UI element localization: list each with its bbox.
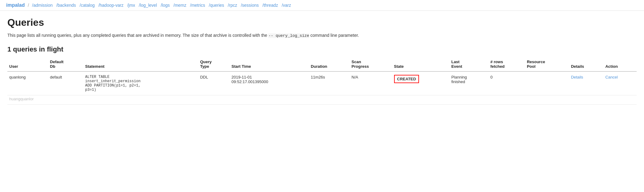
col-header-default-db: DefaultDb	[48, 57, 84, 71]
description-text-1: This page lists all running queries, plu…	[7, 33, 268, 38]
col-header-rows-fetched: # rowsfetched	[488, 57, 525, 71]
cell-details[interactable]: Details	[569, 71, 603, 95]
cell-scan-progress: N/A	[350, 71, 392, 95]
watermark-row: huangquanlor	[7, 95, 637, 104]
page-title: Queries	[7, 17, 637, 28]
cell-state: CREATED	[392, 71, 450, 95]
nav-link-threadz[interactable]: /threadz	[261, 3, 279, 8]
cell-duration: 11m26s	[309, 71, 350, 95]
state-created-badge: CREATED	[394, 75, 419, 83]
nav-link-rpcz[interactable]: /rpcz	[227, 3, 238, 8]
cell-statement: ALTER TABLEinsert_inherit_permissionADD …	[83, 71, 198, 95]
col-header-duration: Duration	[309, 57, 350, 71]
col-header-last-event: LastEvent	[449, 57, 488, 71]
nav-link-catalog[interactable]: /catalog	[78, 3, 96, 8]
section-title: 1 queries in flight	[7, 45, 637, 53]
brand-link[interactable]: impalad	[6, 2, 25, 8]
nav-separator: /	[28, 3, 29, 8]
table-body: quanlong default ALTER TABLEinsert_inher…	[7, 71, 637, 105]
table-row: quanlong default ALTER TABLEinsert_inher…	[7, 71, 637, 95]
col-header-statement: Statement	[83, 57, 198, 71]
cell-query-type: DDL	[198, 71, 230, 95]
cell-last-event: Planningfinished	[449, 71, 488, 95]
col-header-state: State	[392, 57, 450, 71]
table-header: User DefaultDb Statement QueryType Start…	[7, 57, 637, 71]
nav-link-backends[interactable]: /backends	[55, 3, 77, 8]
nav-link-admission[interactable]: /admission	[31, 3, 54, 8]
queries-table: User DefaultDb Statement QueryType Start…	[7, 57, 637, 105]
nav-link-memz[interactable]: /memz	[172, 3, 188, 8]
nav-link-jmx[interactable]: /jmx	[126, 3, 136, 8]
nav-link-metrics[interactable]: /metrics	[189, 3, 206, 8]
main-content: Queries This page lists all running quer…	[0, 11, 644, 111]
nav-link-log-level[interactable]: /log_level	[138, 3, 158, 8]
watermark-text: huangquanlor	[7, 95, 637, 104]
cell-start-time: 2019-11-0109:52:17.001395000	[230, 71, 309, 95]
cancel-link[interactable]: Cancel	[605, 75, 618, 79]
nav-link-hadoop-varz[interactable]: /hadoop-varz	[97, 3, 125, 8]
cell-resource-pool	[525, 71, 569, 95]
nav-link-varz[interactable]: /varz	[280, 3, 292, 8]
col-header-action: Action	[603, 57, 637, 71]
col-header-scan-progress: ScanProgress	[350, 57, 392, 71]
cell-default-db: default	[48, 71, 84, 95]
col-header-resource-pool: ResourcePool	[525, 57, 569, 71]
cell-user: quanlong	[7, 71, 48, 95]
cell-rows-fetched: 0	[488, 71, 525, 95]
navbar: impalad / /admission /backends /catalog …	[0, 0, 644, 11]
cell-action[interactable]: Cancel	[603, 71, 637, 95]
nav-link-logs[interactable]: /logs	[160, 3, 171, 8]
col-header-start-time: Start Time	[230, 57, 309, 71]
col-header-user: User	[7, 57, 48, 71]
page-description: This page lists all running queries, plu…	[7, 32, 637, 39]
col-header-query-type: QueryType	[198, 57, 230, 71]
description-text-2: command line parameter.	[309, 33, 359, 38]
col-header-details: Details	[569, 57, 603, 71]
details-link[interactable]: Details	[571, 75, 583, 79]
nav-link-queries[interactable]: /queries	[207, 3, 225, 8]
nav-link-sessions[interactable]: /sessions	[239, 3, 260, 8]
description-code: -- query_log_size	[268, 33, 309, 38]
